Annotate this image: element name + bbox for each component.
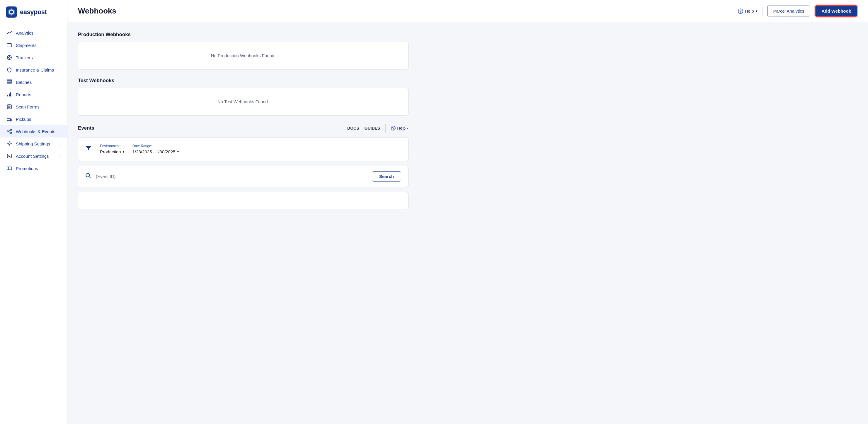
svg-rect-4 [7,44,12,47]
shipment-icon [6,42,12,48]
svg-rect-28 [7,167,12,170]
svg-rect-12 [10,92,11,96]
easypost-logo-icon [6,6,17,18]
add-webhook-button[interactable]: Add Webhook [815,5,858,17]
production-webhooks-empty-message: No Production Webhooks Found. [211,53,276,58]
account-settings-chevron: › [60,154,61,158]
svg-rect-10 [7,95,8,96]
help-icon [738,8,743,14]
sidebar-item-analytics-label: Analytics [16,30,33,35]
environment-caret: ▾ [123,150,124,153]
content-body: Production Webhooks No Production Webhoo… [67,22,419,219]
main-content: Webhooks Help ▾ Parcel Analytics Add Web… [67,0,868,424]
sidebar-item-shipments[interactable]: Shipments [0,39,67,51]
parcel-analytics-button[interactable]: Parcel Analytics [767,6,811,17]
test-webhooks-title: Test Webhooks [78,78,408,84]
docs-button[interactable]: DOCS [347,126,359,130]
test-webhooks-empty: No Test Webhooks Found. [78,88,408,116]
svg-point-18 [8,121,8,121]
sidebar-item-pickups[interactable]: Pickups [0,113,67,125]
search-button[interactable]: Search [372,171,401,182]
promotions-icon [6,165,12,171]
help-button-label: Help [745,8,754,13]
svg-rect-11 [9,94,10,96]
svg-point-31 [740,12,741,13]
svg-rect-7 [7,81,12,82]
sidebar-item-promotions-label: Promotions [16,166,38,171]
filter-card: Environment: Production ▾ Date Range: 1/… [78,137,408,161]
svg-point-21 [10,129,12,131]
events-actions: DOCS GUIDES Help ▾ [347,124,408,132]
sidebar-item-scan-forms-label: Scan Forms [16,104,39,110]
reports-icon [6,91,12,97]
sidebar-item-scan-forms[interactable]: Scan Forms [0,100,67,113]
svg-point-27 [9,155,10,157]
shipping-settings-chevron: › [60,142,61,146]
sidebar-item-insurance[interactable]: Insurance & Claims [0,64,67,76]
event-id-input[interactable] [96,174,367,179]
sidebar-item-shipping-settings-label: Shipping Settings [16,141,50,146]
sidebar-item-account-settings[interactable]: Account Settings › [0,150,67,162]
sidebar-item-analytics[interactable]: Analytics [0,27,67,39]
help-button[interactable]: Help ▾ [738,8,757,14]
trend-up-icon [6,30,12,36]
sidebar-item-pickups-label: Pickups [16,117,31,122]
batches-icon [6,79,12,85]
sidebar-item-webhooks-label: Webhooks & Events [16,129,55,134]
events-section: Events DOCS GUIDES Help ▾ [78,124,408,209]
sidebar-item-webhooks[interactable]: Webhooks & Events [0,125,67,138]
date-range-value: 1/23/2025 - 1/30/2025 [132,149,176,154]
events-help-icon [391,126,396,130]
search-icon [85,173,91,180]
svg-point-20 [7,131,9,132]
sidebar-nav: Analytics Shipments Trackers Insurance &… [0,23,67,178]
svg-point-5 [7,55,11,60]
test-webhooks-empty-message: No Test Webhooks Found. [217,99,269,104]
date-range-caret: ▾ [177,150,179,153]
svg-point-33 [393,129,393,130]
events-title: Events [78,125,94,131]
date-range-label: Date Range: [132,144,179,148]
svg-line-24 [9,132,10,132]
events-actions-divider [385,124,386,132]
production-webhooks-title: Production Webhooks [78,32,408,37]
sidebar-item-promotions[interactable]: Promotions [0,162,67,175]
production-webhooks-empty: No Production Webhooks Found. [78,42,408,69]
date-range-filter-group: Date Range: 1/23/2025 - 1/30/2025 ▾ [132,144,179,154]
test-webhooks-section: Test Webhooks No Test Webhooks Found. [78,78,408,116]
search-card: Search [78,166,408,187]
scan-forms-icon [6,104,12,110]
svg-line-23 [9,130,10,131]
svg-rect-17 [7,118,10,121]
sidebar-item-account-settings-label: Account Settings [16,154,49,159]
guides-button[interactable]: GUIDES [365,126,380,130]
environment-dropdown[interactable]: Production ▾ [100,149,124,154]
svg-rect-9 [7,80,12,81]
sidebar-item-reports[interactable]: Reports [0,88,67,100]
events-header: Events DOCS GUIDES Help ▾ [78,124,408,132]
svg-rect-8 [7,82,12,83]
events-help-label: Help [397,126,406,130]
sidebar-item-trackers[interactable]: Trackers [0,51,67,64]
events-help-caret: ▾ [407,127,408,130]
environment-label: Environment: [100,144,124,148]
logo-text: easypost [20,8,46,16]
sidebar: easypost Analytics Shipments Trackers I [0,0,67,424]
svg-line-35 [89,177,91,178]
sidebar-item-shipments-label: Shipments [16,43,37,48]
trackers-icon [6,55,12,60]
sidebar-item-shipping-settings[interactable]: Shipping Settings › [0,138,67,150]
header-actions: Help ▾ Parcel Analytics Add Webhook [738,5,858,17]
header-divider [762,7,763,16]
events-help-button[interactable]: Help ▾ [391,126,408,130]
date-range-dropdown[interactable]: 1/23/2025 - 1/30/2025 ▾ [132,149,179,154]
svg-point-6 [8,57,10,58]
webhooks-icon [6,128,12,134]
bottom-content-card [78,192,408,209]
environment-value: Production [100,149,121,154]
sidebar-item-batches[interactable]: Batches [0,76,67,88]
shield-icon [6,67,12,73]
sidebar-item-insurance-label: Insurance & Claims [16,67,54,72]
page-title: Webhooks [78,6,116,16]
filter-icon [85,145,92,153]
